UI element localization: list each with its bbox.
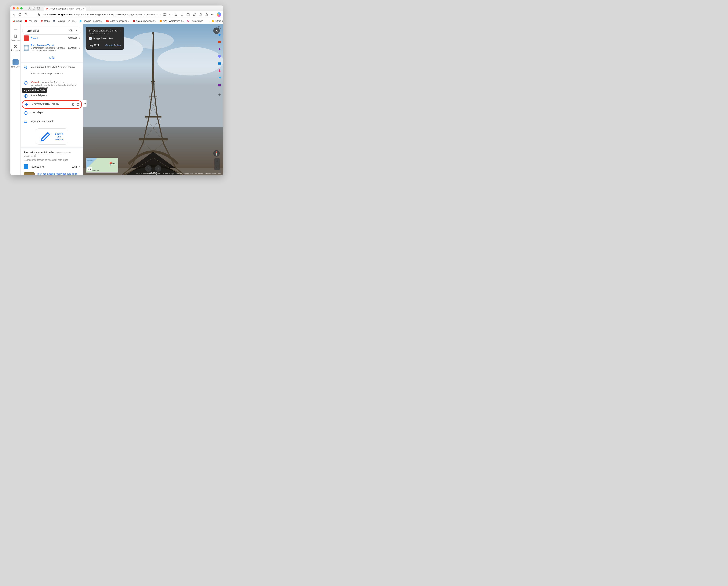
cube-icon[interactable]	[32, 7, 35, 10]
bookmark-tracking[interactable]: Tracking - Big Sm...	[53, 20, 76, 22]
plus-code-row[interactable]: V75V+8Q París, Francia	[22, 100, 82, 109]
details-panel: × Evendo $313.47 › Paris Museum TicketCo…	[21, 24, 83, 175]
favorites-icon[interactable]	[192, 13, 196, 16]
add-label-row[interactable]: Agregar una etiqueta	[21, 117, 83, 126]
compass-icon[interactable]	[213, 150, 220, 157]
tour-item-1[interactable]: Tour con acceso reservado a la Torre Eif…	[21, 171, 83, 175]
window-close[interactable]	[13, 7, 15, 9]
svg-rect-34	[72, 104, 74, 105]
globe-icon	[24, 94, 28, 98]
extension-icon[interactable]	[180, 13, 184, 16]
sv-more-dates[interactable]: Ver más fechas	[105, 44, 121, 47]
edge-send-icon[interactable]	[218, 76, 222, 80]
bookmark-picwish[interactable]: PicWish Backgrou...	[79, 20, 103, 22]
footer-country[interactable]: México	[177, 173, 182, 175]
menu-button[interactable]	[14, 27, 18, 31]
info-pluscode-icon[interactable]	[76, 102, 79, 106]
flag-icon	[24, 111, 28, 115]
fullscreen-minimap-icon[interactable]: ⛶	[87, 167, 92, 171]
svg-rect-19	[160, 20, 161, 22]
star-icon[interactable]	[174, 13, 178, 16]
reload-button[interactable]	[18, 13, 22, 16]
content: Guardados Recientes Torre Eiffel × Evend…	[10, 24, 223, 175]
edge-search-icon[interactable]	[218, 26, 222, 29]
new-tab-button[interactable]: +	[89, 6, 92, 10]
bookmark-aws[interactable]: AWS-WordPress a...	[159, 20, 184, 22]
profile-icon[interactable]	[28, 7, 31, 10]
svg-rect-50	[218, 84, 221, 86]
browser-tab[interactable]: 37 Quai Jacques Chirac - Goo... ×	[44, 6, 86, 11]
edge-games-icon[interactable]	[218, 47, 222, 51]
recents-button[interactable]: Recientes	[11, 45, 20, 51]
sv-source[interactable]: GGoogle Street View	[89, 36, 121, 41]
tab-close-icon[interactable]: ×	[83, 7, 84, 10]
edge-shopping-icon[interactable]	[218, 33, 222, 36]
suggest-edit-button[interactable]: Sugerir una edición	[36, 128, 68, 145]
browser-window: 37 Quai Jacques Chirac - Goo... × + http…	[10, 5, 223, 175]
claim-row[interactable]: ...en Maps	[21, 109, 83, 117]
search-icon[interactable]	[24, 13, 28, 16]
ticket-paris-museum[interactable]: Paris Museum TicketConfirmación inmediat…	[21, 42, 83, 53]
card-menu-icon[interactable]: ⋮	[120, 29, 122, 31]
url-text[interactable]: https://www.google.com/maps/place/Torre+…	[43, 13, 160, 16]
sv-footer: Captura de imágenes: may 2024 © 2024 Goo…	[136, 173, 221, 175]
edge-tools-icon[interactable]	[218, 40, 222, 44]
bookmark-youtube[interactable]: YouTube	[25, 20, 37, 22]
text-size-icon[interactable]: AA	[169, 13, 172, 16]
window-maximize[interactable]	[20, 7, 23, 9]
provider-tourscanner[interactable]: Tourscanner $951 ›	[21, 162, 83, 171]
bookmark-photojoiner[interactable]: PJPhotoJoiner	[187, 20, 203, 22]
settings-gear-icon[interactable]	[218, 170, 222, 174]
bookmark-gmail[interactable]: Gmail	[12, 20, 22, 22]
copy-pluscode-icon[interactable]	[72, 102, 75, 106]
edge-m365-icon[interactable]	[218, 54, 222, 58]
lock-icon[interactable]	[37, 13, 41, 16]
sv-prev-button[interactable]: ‹	[145, 165, 152, 172]
svg-point-15	[42, 21, 42, 21]
saved-button[interactable]: Guardados	[11, 34, 20, 41]
edge-outlook-icon[interactable]	[218, 61, 222, 66]
split-icon[interactable]	[186, 13, 190, 16]
address-row[interactable]: Av. Gustave Eiffel, 75007 Paris, Francia	[21, 63, 83, 72]
copilot-icon[interactable]	[217, 12, 221, 17]
edge-drop-icon[interactable]	[218, 69, 222, 73]
svg-rect-49	[218, 62, 221, 65]
search-input[interactable]	[25, 29, 67, 32]
svg-point-3	[47, 8, 47, 9]
edge-onenote-icon[interactable]	[218, 83, 222, 87]
collections-icon[interactable]	[199, 13, 202, 16]
window-minimize[interactable]	[17, 7, 19, 9]
pluscode-icon	[24, 102, 28, 106]
back-button[interactable]	[12, 13, 16, 16]
collapse-panel-button[interactable]: ◂	[83, 100, 87, 107]
share-icon[interactable]	[205, 13, 208, 16]
edge-add-icon[interactable]	[218, 93, 222, 97]
url-bar: https://www.google.com/maps/place/Torre+…	[10, 11, 223, 18]
bookmark-acta[interactable]: Acta de Nacimient...	[132, 20, 156, 22]
bookmark-other[interactable]: Otros favoritos	[212, 20, 223, 22]
sidebar-toggle-icon[interactable]	[37, 7, 40, 10]
place-shortcut[interactable]: Torre Eiffel	[11, 58, 20, 68]
app-icon[interactable]	[163, 13, 166, 16]
sv-subtitle: París, Isla de Francia	[89, 32, 121, 35]
zoom-in-button[interactable]: +	[214, 158, 220, 164]
more-tickets-button[interactable]: Más	[21, 53, 83, 62]
street-view[interactable]: ⋮ 37 Quai Jacques Chirac París, Isla de …	[83, 24, 223, 175]
svg-rect-6	[38, 15, 40, 16]
ticket-evendo[interactable]: Evendo $313.47 ›	[21, 34, 83, 42]
bookmark-maps[interactable]: Maps	[41, 20, 50, 22]
zoom-out-button[interactable]: −	[214, 164, 220, 170]
more-icon[interactable]: ⋯	[211, 13, 214, 16]
website-row[interactable]: toureiffel.paris	[21, 92, 83, 100]
sv-next-button[interactable]: ›	[155, 165, 161, 172]
clear-search-icon[interactable]: ×	[75, 29, 78, 32]
maps-left-rail: Guardados Recientes Torre Eiffel	[10, 24, 21, 175]
panel-scroll[interactable]: Evendo $313.47 › Paris Museum TicketConf…	[21, 24, 83, 175]
footer-privacy[interactable]: Privacidad	[195, 173, 203, 175]
svg-point-41	[157, 47, 223, 75]
tab-title: 37 Quai Jacques Chirac - Goo...	[49, 7, 82, 10]
search-button[interactable]	[69, 29, 73, 32]
bookmark-video[interactable]: LIVEvideo transmision...	[106, 20, 129, 22]
footer-terms[interactable]: Condiciones	[184, 173, 193, 175]
minimap[interactable]: Río Sena 📍 Tour Eif lle Anthoine ⛶	[86, 158, 118, 173]
